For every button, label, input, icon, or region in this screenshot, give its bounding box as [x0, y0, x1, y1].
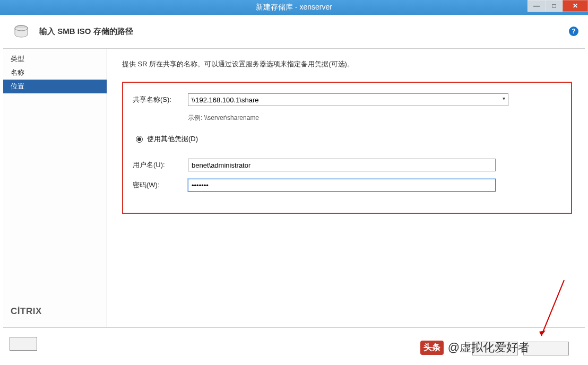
instruction-text: 提供 SR 所在共享的名称。可以通过设置服务器选项来指定备用凭据(可选)。: [122, 59, 572, 69]
sidebar-item-name[interactable]: 名称: [3, 66, 107, 80]
example-text: 示例: \\server\sharename: [188, 114, 561, 123]
radio-label: 使用其他凭据(D): [147, 134, 198, 144]
wizard-sidebar: 类型 名称 位置 CİTRIX: [3, 49, 107, 327]
main-panel: 提供 SR 所在共享的名称。可以通过设置服务器选项来指定备用凭据(可选)。 共享…: [107, 49, 585, 327]
help-icon[interactable]: ?: [569, 27, 578, 36]
window-title: 新建存储库 - xenserver: [256, 3, 332, 12]
footer-button-1[interactable]: [472, 342, 518, 355]
share-combo[interactable]: ▾: [188, 93, 508, 106]
share-row: 共享名称(S): ▾: [133, 93, 561, 106]
page-title: 输入 SMB ISO 存储的路径: [39, 27, 133, 37]
password-label: 密码(W):: [133, 180, 188, 190]
citrix-logo: CİTRIX: [11, 306, 42, 317]
wizard-body: 类型 名称 位置 CİTRIX 提供 SR 所在共享的名称。可以通过设置服务器选…: [3, 49, 585, 328]
titlebar: 新建存储库 - xenserver — □ ✕: [0, 0, 588, 15]
footer-button-2[interactable]: [523, 342, 569, 355]
password-input[interactable]: [188, 179, 496, 192]
storage-icon: [13, 23, 30, 40]
footer-right-group: [472, 342, 569, 355]
config-group: 共享名称(S): ▾ 示例: \\server\sharename 使用其他凭据…: [122, 82, 572, 214]
credentials-radio[interactable]: 使用其他凭据(D): [136, 134, 561, 144]
username-input[interactable]: [188, 159, 496, 171]
wizard-footer: [0, 328, 588, 360]
sidebar-item-location[interactable]: 位置: [3, 80, 107, 93]
footer-left-button[interactable]: [10, 337, 37, 351]
maximize-button[interactable]: □: [545, 0, 563, 12]
radio-selected-icon: [136, 136, 143, 143]
minimize-button[interactable]: —: [528, 0, 546, 12]
username-label: 用户名(U):: [133, 160, 188, 170]
wizard-header: 输入 SMB ISO 存储的路径 ?: [3, 15, 585, 49]
share-input[interactable]: [188, 93, 508, 106]
sidebar-item-type[interactable]: 类型: [3, 52, 107, 66]
username-row: 用户名(U):: [133, 159, 561, 171]
share-label: 共享名称(S):: [133, 95, 188, 105]
window-controls: — □ ✕: [528, 0, 588, 12]
password-row: 密码(W):: [133, 179, 561, 192]
close-button[interactable]: ✕: [563, 0, 588, 12]
